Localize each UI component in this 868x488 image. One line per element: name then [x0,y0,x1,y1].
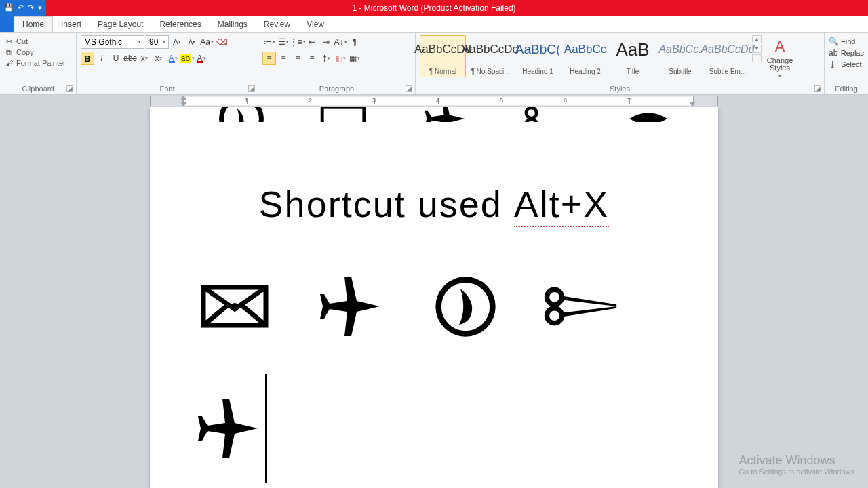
chevron-down-icon[interactable]: ▾ [752,45,762,53]
cut-button[interactable]: ✂Cut [4,37,72,46]
title-bar: 💾 ↶ ↷ ▾ 1 - Microsoft Word (Product Acti… [0,0,868,16]
replace-icon: ab [829,48,838,58]
dialog-launcher-icon[interactable]: ◢ [66,85,73,92]
style-heading-1[interactable]: AaBbC(Heading 1 [515,35,561,77]
first-line-indent-marker[interactable] [180,96,187,101]
dialog-launcher-icon[interactable]: ◢ [814,85,821,92]
phone-icon [428,272,502,340]
subscript-button[interactable]: x2 [138,52,151,65]
group-font: MS Gothic▾ 90▾ A▴ A▾ Aa ⌫ B I U abc x2 x… [77,33,258,94]
font-name-combo[interactable]: MS Gothic▾ [81,35,144,49]
save-icon[interactable]: 💾 [3,3,15,12]
find-button[interactable]: 🔍Find [829,37,864,46]
style-subtitle[interactable]: AaBbCc.Subtitle [657,35,703,77]
brush-icon: 🖌 [4,58,14,68]
group-editing: 🔍Find abReplac ⭳Select Editing [825,33,868,94]
document-symbol-row-2 [191,374,677,483]
minimize-button[interactable]: — [841,0,868,16]
font-color-button[interactable]: A [195,52,208,65]
tab-references[interactable]: References [151,17,209,32]
change-case-button[interactable]: Aa [200,35,214,49]
justify-button[interactable]: ≡ [305,52,319,65]
file-tab[interactable] [0,15,14,32]
bullets-button[interactable]: ≔ [262,35,276,49]
svg-point-7 [547,289,562,304]
highlight-button[interactable]: ab [180,52,194,65]
sort-button[interactable]: A↓ [334,35,347,49]
cursor-icon: ⭳ [829,60,838,69]
qat-more-icon[interactable]: ▾ [37,3,43,12]
replace-button[interactable]: abReplac [829,48,864,58]
hanging-indent-marker[interactable] [180,101,187,106]
phone-icon [218,107,265,122]
style-normal[interactable]: AaBbCcDd¶ Normal [420,35,466,77]
format-painter-button[interactable]: 🖌Format Painter [4,58,72,68]
style-subtle-emphasis[interactable]: AaBbCcDdSubtle Em... [705,35,751,77]
horizontal-ruler[interactable]: 1234567 [0,95,868,107]
find-icon: 🔍 [829,37,838,46]
spelling-error-underline: Alt+X [514,183,610,225]
align-center-button[interactable]: ≡ [277,52,290,65]
italic-button[interactable]: I [95,52,108,65]
select-button[interactable]: ⭳Select [829,60,864,69]
align-right-button[interactable]: ≡ [291,52,304,65]
shrink-font-button[interactable]: A▾ [185,35,199,49]
style-heading-2[interactable]: AaBbCcHeading 2 [562,35,608,77]
copy-icon: ⧉ [4,47,14,57]
window-title: 1 - Microsoft Word (Product Activation F… [0,3,868,13]
page[interactable]: Shortcut used Alt+X [150,107,718,488]
group-paragraph: ≔ ☰ ⋮≡ ⇤ ⇥ A↓ ¶ ≡ ≡ ≡ ≡ ‡ ◧ ▦ Paragraph … [258,33,416,94]
document-area[interactable]: Shortcut used Alt+X [0,107,868,488]
tab-mailings[interactable]: Mailings [210,17,256,32]
style-no-spacing[interactable]: AaBbCcDd¶ No Spaci... [467,35,513,77]
text-cursor [265,374,267,483]
increase-indent-button[interactable]: ⇥ [319,35,333,49]
redo-icon[interactable]: ↷ [26,3,35,12]
strikethrough-button[interactable]: abc [123,52,137,65]
undo-icon[interactable]: ↶ [16,3,25,12]
svg-rect-1 [322,107,364,122]
tab-view[interactable]: View [298,17,332,32]
style-title[interactable]: AaBTitle [610,35,656,77]
line-spacing-button[interactable]: ‡ [319,52,333,65]
tab-home[interactable]: Home [14,16,53,32]
right-indent-marker[interactable] [689,101,696,106]
dialog-launcher-icon[interactable]: ◢ [248,85,255,92]
copy-button[interactable]: ⧉Copy [4,47,72,57]
change-styles-icon: A [775,38,785,56]
bold-button[interactable]: B [81,52,94,65]
tab-insert[interactable]: Insert [53,17,90,32]
multilevel-list-button[interactable]: ⋮≡ [291,35,304,49]
borders-button[interactable]: ▦ [348,52,361,65]
text-effects-button[interactable]: A [166,52,180,65]
underline-button[interactable]: U [109,52,123,65]
show-paragraph-marks-button[interactable]: ¶ [348,35,361,49]
window-controls: — [841,0,868,16]
scissors-icon: ✂ [4,37,14,46]
svg-point-2 [526,108,536,118]
clear-formatting-button[interactable]: ⌫ [215,35,229,49]
more-icon[interactable]: ⋯ [752,54,762,62]
group-label: Editing [825,85,868,93]
tab-page-layout[interactable]: Page Layout [90,17,151,32]
group-styles: AaBbCcDd¶ Normal AaBbCcDd¶ No Spaci... A… [416,33,825,94]
airplane-icon [313,272,387,340]
envelope-icon [319,107,367,122]
svg-point-3 [526,119,536,122]
align-left-button[interactable]: ≡ [262,52,276,65]
quick-access-toolbar: 💾 ↶ ↷ ▾ [0,0,46,16]
change-styles-button[interactable]: A Change Styles ▾ [763,35,797,79]
font-size-combo[interactable]: 90▾ [146,35,169,49]
grow-font-button[interactable]: A▴ [170,35,184,49]
document-heading: Shortcut used Alt+X [191,183,677,225]
styles-gallery-scroll[interactable]: ▴▾⋯ [752,35,762,62]
ribbon: ✂Cut ⧉Copy 🖌Format Painter Clipboard ◢ M… [0,33,868,95]
chevron-up-icon[interactable]: ▴ [752,35,762,43]
tab-review[interactable]: Review [256,17,298,32]
numbering-button[interactable]: ☰ [277,35,290,49]
decrease-indent-button[interactable]: ⇤ [305,35,319,49]
superscript-button[interactable]: x2 [152,52,165,65]
group-label: Font [77,85,258,93]
shading-button[interactable]: ◧ [334,52,347,65]
dialog-launcher-icon[interactable]: ◢ [406,85,412,92]
